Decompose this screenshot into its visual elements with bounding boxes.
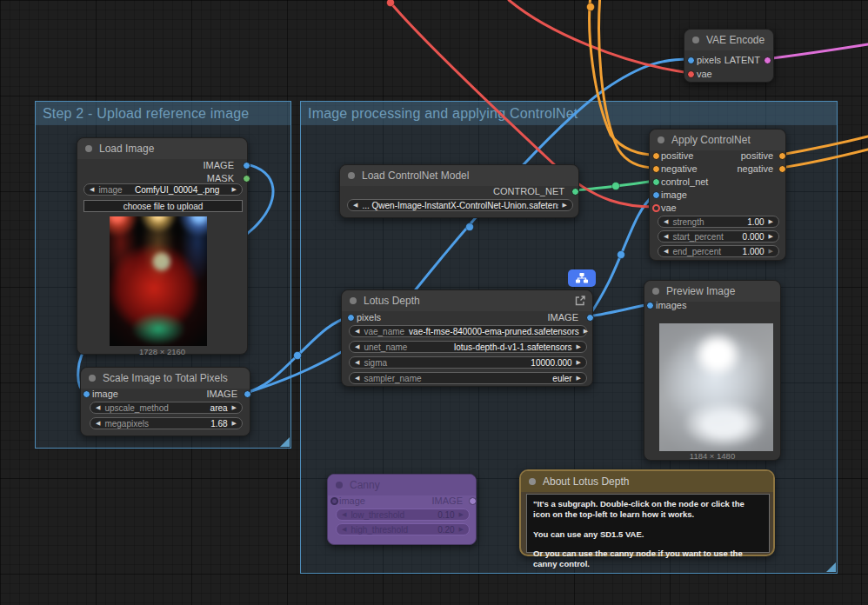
- port-image-output[interactable]: [243, 162, 250, 170]
- collapse-dot-icon[interactable]: [348, 172, 355, 179]
- port-controlnet-input[interactable]: [652, 178, 660, 186]
- stepper-right-arrow-icon[interactable]: ▶: [459, 526, 464, 533]
- stepper-right-arrow-icon[interactable]: ▶: [459, 511, 464, 518]
- preview-image-titlebar[interactable]: Preview Image: [644, 281, 780, 302]
- port-images-input[interactable]: [646, 302, 654, 309]
- port-positive-input[interactable]: [652, 152, 660, 160]
- combo-left-arrow-icon[interactable]: ◀: [355, 343, 359, 350]
- stepper-left-arrow-icon[interactable]: ◀: [664, 233, 668, 240]
- combo-right-arrow-icon[interactable]: ▶: [232, 186, 237, 193]
- port-image-output[interactable]: [469, 497, 477, 505]
- collapse-dot-icon[interactable]: [336, 482, 343, 489]
- port-positive-label: positive: [661, 150, 693, 161]
- port-latent-label: LATENT: [724, 55, 760, 65]
- upscale-method-widget[interactable]: ◀ upscale_method area ▶: [90, 402, 243, 414]
- vae-name-widget[interactable]: ◀ vae_name vae-ft-mse-840000-ema-pruned.…: [349, 325, 587, 337]
- reference-image-art: [110, 216, 207, 346]
- stepper-right-arrow-icon[interactable]: ▶: [769, 233, 773, 240]
- port-latent-output[interactable]: [764, 57, 771, 64]
- stepper-left-arrow-icon[interactable]: ◀: [664, 248, 668, 255]
- combo-right-arrow-icon[interactable]: ▶: [577, 343, 581, 350]
- node-load-image[interactable]: Load Image IMAGE MASK ◀ image ComfyUI_00…: [77, 137, 248, 355]
- high-threshold-widget[interactable]: ◀ high_threshold 0.20 ▶: [336, 523, 470, 535]
- collapse-dot-icon[interactable]: [658, 136, 664, 143]
- node-preview-image[interactable]: Preview Image images 1184 × 1480: [644, 280, 781, 461]
- combo-left-arrow-icon[interactable]: ◀: [355, 375, 359, 382]
- node-apply-controlnet[interactable]: Apply ControlNet positive negative contr…: [649, 129, 786, 261]
- collapse-dot-icon[interactable]: [89, 375, 96, 382]
- node-scale-image[interactable]: Scale Image to Total Pixels image IMAGE …: [80, 367, 250, 436]
- stepper-right-arrow-icon[interactable]: ▶: [769, 218, 773, 225]
- combo-left-arrow-icon[interactable]: ◀: [90, 186, 94, 193]
- port-controlnet-output[interactable]: [571, 188, 579, 196]
- note-titlebar[interactable]: About Lotus Depth: [521, 471, 773, 492]
- collapse-dot-icon[interactable]: [85, 145, 92, 152]
- stepper-left-arrow-icon[interactable]: ◀: [355, 359, 359, 366]
- sigma-widget[interactable]: ◀ sigma 10000.000 ▶: [349, 356, 587, 369]
- collapse-dot-icon[interactable]: [529, 478, 536, 485]
- collapse-dot-icon[interactable]: [350, 297, 357, 304]
- port-image-input[interactable]: [331, 497, 338, 505]
- combo-right-arrow-icon[interactable]: ▶: [584, 328, 588, 335]
- group-image-processing-header[interactable]: Image processing and applying ControlNet: [301, 102, 837, 125]
- port-image-label: image: [92, 389, 118, 399]
- stepper-left-arrow-icon[interactable]: ◀: [96, 420, 100, 427]
- port-mask-output[interactable]: [243, 175, 250, 183]
- stepper-right-arrow-icon[interactable]: ▶: [769, 248, 773, 255]
- load-image-title: Load Image: [99, 143, 154, 155]
- end-percent-widget[interactable]: ◀ end_percent 1.000 ▶: [658, 245, 779, 257]
- port-negative-output[interactable]: [778, 165, 786, 173]
- port-image-output[interactable]: [244, 390, 251, 398]
- node-load-controlnet[interactable]: Load ControlNet Model CONTROL_NET ◀ ... …: [339, 164, 579, 218]
- port-image-output[interactable]: [586, 314, 594, 322]
- port-image-input[interactable]: [652, 191, 660, 199]
- choose-file-button[interactable]: choose file to upload: [83, 200, 243, 212]
- unet-name-widget[interactable]: ◀ unet_name lotus-depth-d-v1-1.safetenso…: [349, 341, 587, 353]
- port-pixels-input[interactable]: [347, 314, 355, 322]
- node-about-lotus-depth[interactable]: About Lotus Depth "It's a subgraph. Doub…: [519, 469, 775, 556]
- start-percent-widget[interactable]: ◀ start_percent 0.000 ▶: [658, 230, 779, 243]
- node-canny-bypassed[interactable]: Canny image IMAGE ◀ low_threshold 0.10 ▶…: [327, 474, 477, 545]
- megapixels-widget[interactable]: ◀ megapixels 1.68 ▶: [90, 417, 243, 429]
- controlnet-model-combo[interactable]: ◀ ... Qwen-Image-InstantX-ControlNet-Uni…: [347, 199, 573, 211]
- group-step2-resize-grip[interactable]: [280, 437, 290, 447]
- group-step2-header[interactable]: Step 2 - Upload reference image: [36, 102, 290, 125]
- stepper-left-arrow-icon[interactable]: ◀: [96, 404, 100, 411]
- low-threshold-widget[interactable]: ◀ low_threshold 0.10 ▶: [336, 509, 470, 521]
- port-positive-output[interactable]: [778, 152, 786, 160]
- stepper-left-arrow-icon[interactable]: ◀: [342, 526, 346, 533]
- port-negative-input[interactable]: [652, 165, 660, 173]
- vae-encode-titlebar[interactable]: VAE Encode: [684, 30, 773, 50]
- port-pixels-input[interactable]: [687, 57, 695, 64]
- combo-left-arrow-icon[interactable]: ◀: [355, 328, 359, 335]
- apply-controlnet-titlebar[interactable]: Apply ControlNet: [650, 130, 785, 150]
- collapse-dot-icon[interactable]: [692, 37, 699, 43]
- node-lotus-depth[interactable]: Lotus Depth pixels IMAGE ◀ vae_name vae-…: [341, 289, 593, 387]
- scale-image-titlebar[interactable]: Scale Image to Total Pixels: [81, 368, 250, 389]
- combo-right-arrow-icon[interactable]: ▶: [563, 202, 567, 209]
- canny-titlebar[interactable]: Canny: [328, 475, 476, 495]
- group-image-processing-resize-grip[interactable]: [826, 562, 836, 572]
- stepper-right-arrow-icon[interactable]: ▶: [232, 404, 237, 411]
- port-image-input[interactable]: [83, 390, 90, 398]
- load-controlnet-titlebar[interactable]: Load ControlNet Model: [340, 165, 578, 186]
- stepper-left-arrow-icon[interactable]: ◀: [664, 218, 668, 225]
- lotus-depth-titlebar[interactable]: Lotus Depth: [342, 290, 592, 311]
- node-vae-encode[interactable]: VAE Encode pixels LATENT vae: [684, 29, 774, 83]
- stepper-right-arrow-icon[interactable]: ▶: [577, 359, 581, 366]
- open-subgraph-icon[interactable]: [574, 295, 586, 307]
- subgraph-badge[interactable]: [568, 269, 596, 287]
- image-file-combo[interactable]: ◀ image ComfyUI_00004_.png ▶: [83, 183, 243, 196]
- sampler-name-widget[interactable]: ◀ sampler_name euler ▶: [349, 372, 587, 384]
- stepper-right-arrow-icon[interactable]: ▶: [232, 420, 237, 427]
- load-image-titlebar[interactable]: Load Image: [77, 138, 247, 159]
- port-images-label: images: [656, 300, 686, 310]
- stepper-left-arrow-icon[interactable]: ◀: [342, 511, 346, 518]
- combo-right-arrow-icon[interactable]: ▶: [577, 375, 581, 382]
- port-vae-input[interactable]: [687, 70, 695, 78]
- combo-left-arrow-icon[interactable]: ◀: [353, 202, 357, 209]
- end-percent-value: 1.000: [743, 247, 765, 256]
- collapse-dot-icon[interactable]: [652, 288, 659, 295]
- port-vae-input[interactable]: [652, 204, 660, 212]
- strength-widget[interactable]: ◀ strength 1.00 ▶: [658, 216, 779, 228]
